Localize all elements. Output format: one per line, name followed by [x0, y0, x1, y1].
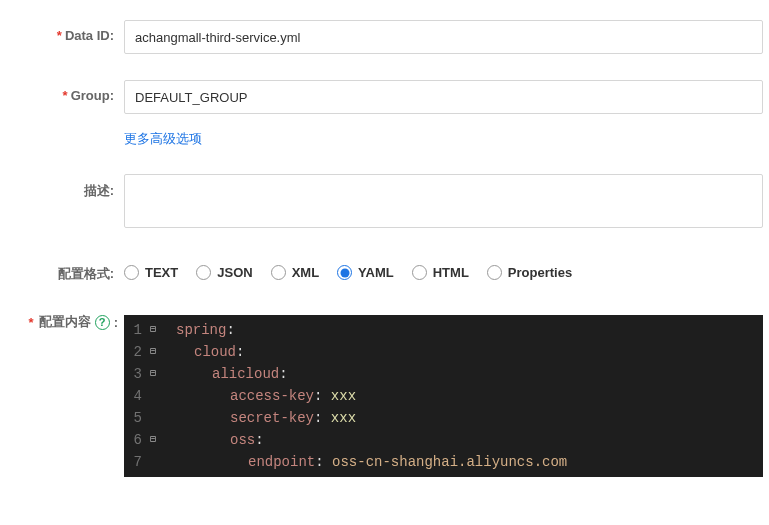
code-line: oss: — [176, 429, 567, 451]
radio-icon — [196, 265, 211, 280]
label-data-id: Data ID: — [65, 28, 114, 43]
format-radio-xml[interactable]: XML — [271, 265, 319, 280]
gutter-line: 1⊟ — [124, 319, 164, 341]
gutter-line: 7 — [124, 451, 164, 473]
radio-icon — [487, 265, 502, 280]
radio-icon — [337, 265, 352, 280]
help-icon[interactable]: ? — [95, 315, 110, 330]
 — [148, 385, 158, 407]
label-group: Group: — [71, 88, 114, 103]
required-icon: * — [29, 315, 34, 330]
gutter-line: 4 — [124, 385, 164, 407]
description-input[interactable] — [124, 174, 763, 228]
fold-icon[interactable]: ⊟ — [148, 363, 158, 385]
format-radio-html[interactable]: HTML — [412, 265, 469, 280]
radio-label: YAML — [358, 265, 394, 280]
radio-icon — [412, 265, 427, 280]
data-id-input[interactable] — [124, 20, 763, 54]
gutter-line: 3⊟ — [124, 363, 164, 385]
code-line: access-key: xxx — [176, 385, 567, 407]
format-radio-yaml[interactable]: YAML — [337, 265, 394, 280]
radio-icon — [124, 265, 139, 280]
code-editor[interactable]: 1⊟2⊟3⊟456⊟7 spring:cloud:alicloud:access… — [124, 315, 763, 477]
code-line: spring: — [176, 319, 567, 341]
radio-label: XML — [292, 265, 319, 280]
label-content: 配置内容 — [39, 313, 91, 331]
radio-label: Properties — [508, 265, 572, 280]
fold-icon[interactable]: ⊟ — [148, 429, 158, 451]
advanced-options-link[interactable]: 更多高级选项 — [124, 128, 202, 148]
group-input[interactable] — [124, 80, 763, 114]
label-description: 描述: — [84, 183, 114, 198]
radio-label: HTML — [433, 265, 469, 280]
code-line: endpoint: oss-cn-shanghai.aliyuncs.com — [176, 451, 567, 473]
code-line: secret-key: xxx — [176, 407, 567, 429]
format-radio-text[interactable]: TEXT — [124, 265, 178, 280]
radio-label: TEXT — [145, 265, 178, 280]
 — [148, 407, 158, 429]
format-radio-properties[interactable]: Properties — [487, 265, 572, 280]
radio-icon — [271, 265, 286, 280]
required-icon: * — [57, 28, 62, 43]
format-radio-group: TEXTJSONXMLYAMLHTMLProperties — [124, 257, 763, 280]
gutter-line: 5 — [124, 407, 164, 429]
required-icon: * — [63, 88, 68, 103]
gutter-line: 2⊟ — [124, 341, 164, 363]
 — [148, 451, 158, 473]
gutter-line: 6⊟ — [124, 429, 164, 451]
code-line: alicloud: — [176, 363, 567, 385]
label-format: 配置格式: — [58, 266, 114, 281]
fold-icon[interactable]: ⊟ — [148, 341, 158, 363]
radio-label: JSON — [217, 265, 252, 280]
code-line: cloud: — [176, 341, 567, 363]
fold-icon[interactable]: ⊟ — [148, 319, 158, 341]
format-radio-json[interactable]: JSON — [196, 265, 252, 280]
